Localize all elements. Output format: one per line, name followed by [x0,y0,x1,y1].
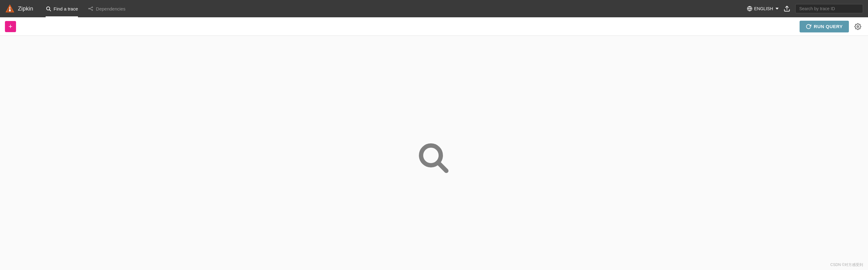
svg-line-15 [438,162,446,171]
svg-point-13 [857,26,859,27]
language-chevron-icon [776,8,779,9]
dependencies-icon [88,6,93,11]
empty-state-search-icon [415,140,453,178]
gear-icon [855,23,861,30]
nav-right: ENGLISH [747,4,863,13]
nav-find-trace-label: Find a trace [54,6,78,11]
svg-point-2 [9,9,11,11]
svg-line-10 [89,9,92,10]
main-content [0,36,868,270]
refresh-icon [806,24,811,29]
upload-icon [783,5,790,12]
footer-text: CSDN ©对方感受到 [830,262,863,268]
app-title: Zipkin [18,5,33,12]
language-selector[interactable]: ENGLISH [747,6,779,11]
svg-line-9 [89,7,92,9]
svg-line-5 [49,9,51,11]
upload-button[interactable] [782,4,792,13]
run-query-label: RUN QUERY [814,24,843,29]
search-trace-input[interactable] [795,4,863,13]
search-icon [45,6,51,11]
app-logo[interactable]: Zipkin [5,4,33,14]
language-label: ENGLISH [754,6,773,11]
run-query-button[interactable]: RUN QUERY [800,21,849,32]
nav-item-dependencies[interactable]: Dependencies [83,0,130,17]
nav-items: Find a trace Dependencies [41,0,744,17]
nav-item-find-trace[interactable]: Find a trace [41,0,83,17]
zipkin-logo-icon [5,4,15,14]
nav-dependencies-label: Dependencies [96,6,125,11]
add-criteria-button[interactable]: + [5,21,16,32]
settings-button[interactable] [852,21,863,32]
toolbar: + RUN QUERY [0,17,868,36]
navbar: Zipkin Find a trace Depe [0,0,868,17]
translate-icon [747,6,752,11]
